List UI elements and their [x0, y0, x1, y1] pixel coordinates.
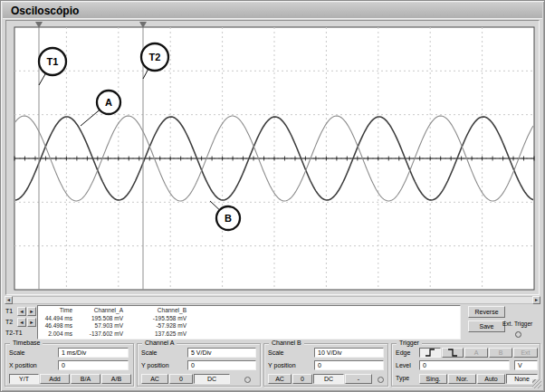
trigger-ext-button[interactable]: Ext [513, 348, 538, 358]
ext-trigger-terminal-icon[interactable] [515, 331, 521, 338]
t2-right-button[interactable]: ► [27, 318, 36, 327]
channel-a-title: Channel A [142, 339, 177, 346]
rising-edge-button[interactable] [419, 348, 441, 358]
ext-trigger-label: Ext. Trigger [502, 320, 532, 327]
trigger-type-label: Type [396, 375, 409, 381]
channel-a-ypos-label: Y position [141, 362, 169, 368]
trigger-level-unit: V [514, 360, 538, 370]
t2-channel-a: 57.903 mV [80, 322, 123, 330]
diff-readings-row: 2.004 ms -137.602 mV 137.625 mV [38, 330, 460, 339]
timebase-title: Timebase [10, 339, 43, 346]
trigger-b-button[interactable]: B [489, 348, 512, 358]
channel-a-scale-label: Scale [141, 349, 158, 356]
channel-b-zero-button[interactable]: 0 [292, 374, 312, 384]
channel-b-ac-button[interactable]: AC [268, 374, 292, 384]
channel-b-scale-label: Scale [268, 349, 284, 356]
scope-graph[interactable]: T1T2AB [9, 22, 538, 295]
channel-a-group: Channel A Scale 5 V/Div Y position 0 AC … [137, 343, 261, 387]
t1-label: T1 [5, 308, 16, 314]
scope-display-panel: T1T2AB [5, 20, 540, 295]
trigger-sing-button[interactable]: Sing. [419, 374, 447, 384]
col-channel-b: Channel_B [130, 307, 186, 315]
save-button[interactable]: Save [468, 320, 505, 332]
t2-t1-label: T2-T1 [5, 330, 23, 336]
t2-readings-row: 46.498 ms 57.903 mV -57.928 mV [38, 322, 460, 330]
yt-button[interactable]: Y/T [9, 374, 39, 384]
channel-b-invert-button[interactable]: - [345, 374, 372, 384]
falling-edge-button[interactable] [442, 348, 464, 358]
t2-label: T2 [5, 319, 16, 325]
channel-b-ypos-input[interactable]: 0 [314, 360, 384, 370]
t2-left-button[interactable]: ◄ [17, 318, 26, 327]
timebase-xpos-label: X position [9, 362, 37, 368]
ab-button[interactable]: A/B [101, 374, 131, 384]
t2-cursor-controls: T2 ◄ ► [5, 317, 36, 327]
timebase-group: Timebase Scale 1 ms/Div X position 0 Y/T… [5, 343, 134, 387]
resize-grip[interactable] [532, 379, 541, 388]
add-button[interactable]: Add [40, 374, 70, 384]
diff-time: 2.004 ms [42, 330, 72, 339]
falling-edge-icon [447, 349, 458, 357]
scope-hscrollbar[interactable]: ◄ ► [5, 296, 540, 304]
trigger-nor-button[interactable]: Nor. [448, 374, 476, 384]
rising-edge-icon [425, 349, 435, 357]
t1-left-button[interactable]: ◄ [17, 307, 26, 316]
channel-b-scale-input[interactable]: 10 V/Div [314, 348, 384, 358]
t1-right-button[interactable]: ► [27, 307, 36, 316]
channel-a-dc-button[interactable]: DC [194, 374, 230, 384]
channel-b-ypos-label: Y position [268, 362, 296, 368]
col-channel-a: Channel_A [80, 307, 123, 315]
channel-a-ypos-input[interactable]: 0 [187, 360, 256, 370]
trigger-a-button[interactable]: A [464, 348, 488, 358]
callout-label-b: B [225, 213, 232, 224]
t1-channel-b: -195.558 mV [130, 315, 186, 323]
t2-time: 46.498 ms [42, 322, 72, 330]
channel-b-group: Channel B Scale 10 V/Div Y position 0 AC… [263, 343, 388, 387]
channel-b-title: Channel B [269, 339, 304, 346]
channel-a-terminal-icon [244, 377, 251, 383]
channel-a-zero-button[interactable]: 0 [169, 374, 193, 384]
t1-readings-row: 44.494 ms 195.508 mV -195.558 mV [38, 315, 460, 323]
trigger-level-input[interactable]: 0 [419, 360, 510, 370]
callout-label-t1: T1 [47, 56, 59, 67]
callout-label-a: A [105, 97, 112, 108]
scroll-right-icon[interactable]: ► [532, 296, 540, 304]
trigger-level-label: Level [396, 362, 411, 368]
window-title: Osciloscópio [11, 5, 79, 17]
readings-table: Time Channel_A Channel_B 44.494 ms 195.5… [37, 305, 461, 339]
scroll-left-icon[interactable]: ◄ [5, 296, 13, 304]
trigger-title: Trigger [397, 339, 422, 346]
readings-header-row: Time Channel_A Channel_B [38, 307, 460, 315]
t1-time: 44.494 ms [42, 315, 72, 323]
channel-b-terminal-icon [378, 377, 384, 383]
oscilloscope-window: Osciloscópio T1T2AB ◄ ► T1 ◄ ► T2 ◄ ► T2… [0, 0, 545, 392]
diff-channel-a: -137.602 mV [80, 330, 123, 339]
t2-channel-b: -57.928 mV [130, 322, 186, 330]
timebase-scale-label: Scale [9, 349, 25, 356]
scroll-track[interactable] [13, 296, 532, 304]
t1-cursor-controls: T1 ◄ ► [5, 306, 36, 316]
trigger-group: Trigger Edge A B Ext Level 0 V Type Sing… [391, 343, 540, 387]
timebase-scale-input[interactable]: 1 ms/Div [58, 348, 129, 358]
reverse-button[interactable]: Reverse [468, 306, 505, 318]
channel-a-scale-input[interactable]: 5 V/Div [187, 348, 256, 358]
trigger-auto-button[interactable]: Auto [477, 374, 505, 384]
col-time: Time [42, 307, 72, 315]
window-titlebar[interactable]: Osciloscópio [3, 3, 542, 19]
callout-label-t2: T2 [149, 52, 161, 62]
timebase-xpos-input[interactable]: 0 [58, 360, 129, 370]
channel-b-dc-button[interactable]: DC [313, 374, 344, 384]
t1-channel-a: 195.508 mV [80, 315, 123, 323]
diff-channel-b: 137.625 mV [130, 330, 186, 339]
trigger-edge-label: Edge [396, 349, 410, 356]
channel-a-ac-button[interactable]: AC [141, 374, 168, 384]
ba-button[interactable]: B/A [71, 374, 100, 384]
